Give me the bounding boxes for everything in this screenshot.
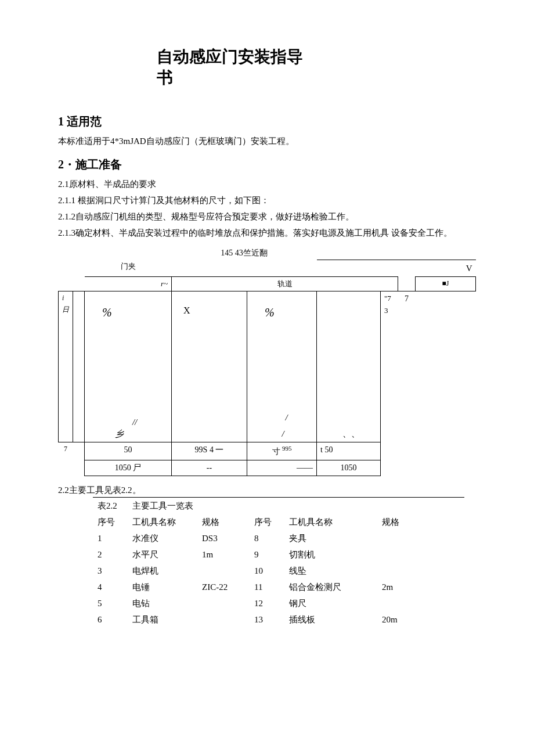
title-line1: 自动感应门安装指导: [157, 46, 476, 67]
th-seq2: 序号: [250, 514, 284, 530]
cell-seq: 6: [93, 611, 128, 628]
diagram-seven-left: 7: [59, 442, 73, 460]
section-2-p4: 2.1.3确定材料、半成品安装过程中的临时堆放点和保护措施。落实好电源及施工用机…: [58, 226, 476, 240]
cell-name2: 插线板: [284, 611, 377, 628]
diagram-r1c3b: 995: [282, 445, 292, 452]
diagram-v-sym: V: [416, 260, 476, 276]
diagram-seven: 7: [398, 291, 416, 442]
section-2-p2: 2.1.1 根据洞口尺寸计算门及其他材料的尺寸，如下图：: [58, 193, 476, 207]
cell-seq: 1: [93, 530, 128, 546]
tools-header-row: 序号 工机具名称 规格 序号 工机具名称 规格: [93, 514, 464, 530]
diagram-r1c2: 99S 4 一: [172, 442, 247, 460]
diagram-percent-right: %: [265, 303, 275, 322]
cell-spec: ZIC-22: [197, 579, 250, 595]
cell-name: 水准仪: [128, 530, 197, 546]
cell-spec: DS3: [197, 530, 250, 546]
diagram-left-i: i日: [59, 291, 73, 442]
cell-spec2: 2m: [377, 579, 464, 595]
diagram-slash2: /: [282, 427, 284, 441]
section-2-p1: 2.1原材料、半成品的要求: [58, 177, 476, 191]
cell-spec: [197, 563, 250, 579]
cell-seq2: 8: [250, 530, 284, 546]
table-row: 6工具箱13插线板20m: [93, 611, 464, 628]
diagram-percent-left: %: [102, 303, 112, 322]
cell-name: 水平尺: [128, 546, 197, 563]
diagram-clamp-label: 门夹: [85, 260, 172, 276]
cell-name: 电锤: [128, 579, 197, 595]
table-row: 5电钻12钢尺: [93, 595, 464, 611]
section-1-body: 本标准适用于4*3mJAD自动感应门（无框玻璃门）安装工程。: [58, 134, 476, 148]
cell-name2: 铝合金检测尺: [284, 579, 377, 595]
cell-seq: 2: [93, 546, 128, 563]
th-name1: 工机具名称: [128, 514, 197, 530]
table-row: 1水准仪DS38夹具: [93, 530, 464, 546]
tools-intro: 2.2主要工具见表2.2。: [58, 483, 476, 497]
diagram-r2c4: 1050: [317, 460, 381, 476]
table-row: 3电焊机10线坠: [93, 563, 464, 579]
cell-spec2: [377, 563, 464, 579]
title-line2: 书: [157, 67, 476, 88]
cell-name: 电钻: [128, 595, 197, 611]
diagram-r1c4: t 50: [317, 442, 381, 460]
section-2-p3: 2.1.2自动感应门机组的类型、规格型号应符合预定要求，做好进场检验工作。: [58, 210, 476, 224]
diagram-x: X: [183, 303, 190, 318]
diagram-r-sym: r~: [73, 276, 172, 291]
cell-name2: 线坠: [284, 563, 377, 579]
cell-seq2: 11: [250, 579, 284, 595]
cell-seq2: 9: [250, 546, 284, 563]
diagram-top-label: 145 43竺近翻: [172, 246, 317, 260]
cell-seq2: 13: [250, 611, 284, 628]
cell-seq2: 12: [250, 595, 284, 611]
cell-spec: [197, 611, 250, 628]
th-seq1: 序号: [93, 514, 128, 530]
document-title: 自动感应门安装指导 书: [157, 46, 476, 89]
door-diagram: 145 43竺近翻 门夹 V r~ 轨道 ■J i日 % // 乡 X: [58, 246, 476, 476]
cell-spec2: [377, 595, 464, 611]
cell-name2: 夹具: [284, 530, 377, 546]
table-row: 2水平尺1m9切割机: [93, 546, 464, 563]
diagram-r1c3: 寸: [272, 447, 280, 456]
cell-seq: 4: [93, 579, 128, 595]
section-2-heading: 2・施工准备: [58, 155, 476, 174]
tools-caption-right: 主要工具一览表: [128, 497, 464, 514]
cell-spec: 1m: [197, 546, 250, 563]
table-row: 4电锤ZIC-2211铝合金检测尺2m: [93, 579, 464, 595]
diagram-r2c3: ——: [247, 460, 317, 476]
section-1-heading: 1 适用范: [58, 112, 476, 131]
th-spec1: 规格: [197, 514, 250, 530]
diagram-xiang: 乡: [115, 427, 124, 441]
cell-spec2: [377, 530, 464, 546]
diagram-track-label: 轨道: [172, 276, 398, 291]
cell-seq: 3: [93, 563, 128, 579]
cell-spec: [197, 595, 250, 611]
th-spec2: 规格: [377, 514, 464, 530]
th-name2: 工机具名称: [284, 514, 377, 530]
diagram-dots: 、、: [342, 427, 360, 441]
diagram-slashes: //: [132, 415, 137, 429]
diagram-r1c1: 50: [85, 442, 172, 460]
tools-table: 表2.2 主要工具一览表 序号 工机具名称 规格 序号 工机具名称 规格 1水准…: [93, 497, 464, 628]
cell-name2: 切割机: [284, 546, 377, 563]
diagram-r2c2: --: [172, 460, 247, 476]
cell-name: 电焊机: [128, 563, 197, 579]
diagram-seven3: "7 3: [381, 291, 398, 442]
cell-seq2: 10: [250, 563, 284, 579]
tools-caption-left: 表2.2: [93, 497, 128, 514]
diagram-r2c1: 1050 尸: [85, 460, 172, 476]
cell-name2: 钢尺: [284, 595, 377, 611]
cell-seq: 5: [93, 595, 128, 611]
diagram-j-sym: ■J: [416, 276, 476, 291]
cell-spec2: [377, 546, 464, 563]
diagram-slash1: /: [285, 411, 287, 424]
cell-name: 工具箱: [128, 611, 197, 628]
cell-spec2: 20m: [377, 611, 464, 628]
